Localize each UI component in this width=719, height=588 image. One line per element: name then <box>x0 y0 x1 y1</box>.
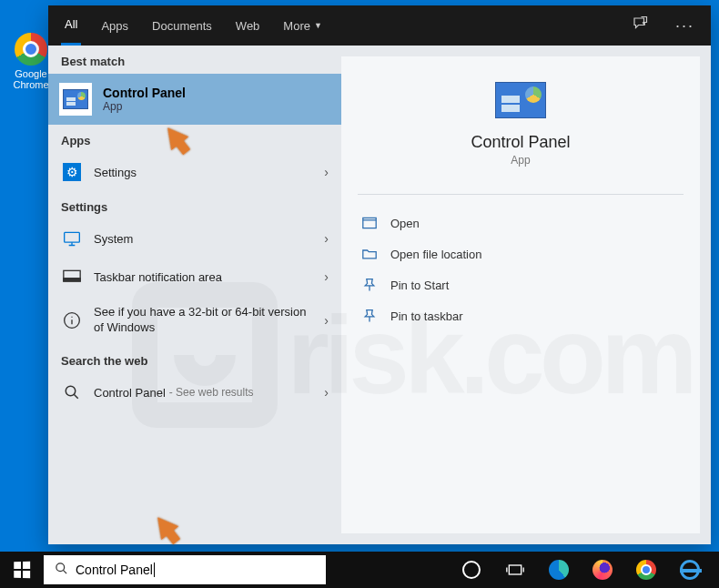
search-scope-tabs: All Apps Documents Web More▼ ··· <box>48 5 711 46</box>
divider <box>358 194 684 195</box>
result-label: System <box>94 232 133 246</box>
taskbar-app-firefox[interactable] <box>582 552 623 588</box>
edge-icon <box>549 560 569 580</box>
section-apps: Apps <box>48 125 341 153</box>
section-settings: Settings <box>48 191 341 219</box>
search-icon <box>61 381 83 403</box>
gear-icon: ⚙ <box>63 163 81 181</box>
firefox-icon <box>592 560 613 580</box>
result-setting-system[interactable]: System › <box>48 219 341 258</box>
result-label: Taskbar notification area <box>94 270 222 284</box>
tab-web[interactable]: Web <box>232 5 264 46</box>
result-web-search[interactable]: Control Panel - See web results › <box>48 373 341 411</box>
action-label: Pin to Start <box>390 279 449 292</box>
info-icon <box>61 309 83 331</box>
tab-apps[interactable]: Apps <box>97 5 132 46</box>
ie-icon <box>680 560 700 580</box>
action-pin-to-taskbar[interactable]: Pin to taskbar <box>341 300 700 331</box>
search-input-value: Control Panel <box>76 563 155 577</box>
svg-rect-2 <box>64 279 80 281</box>
result-subtitle: App <box>103 100 186 113</box>
chevron-right-icon: › <box>324 385 329 400</box>
search-flyout: All Apps Documents Web More▼ ··· risk.co… <box>48 5 711 544</box>
result-label: Settings <box>94 166 137 179</box>
tab-more[interactable]: More▼ <box>279 5 326 46</box>
task-view-button[interactable] <box>495 552 535 588</box>
preview-pane: Control Panel App Open Open file locatio… <box>341 56 700 533</box>
section-best-match: Best match <box>48 46 341 74</box>
start-button[interactable] <box>0 552 44 588</box>
tab-all[interactable]: All <box>61 5 81 46</box>
results-column: Best match Control Panel App Apps ⚙ Sett… <box>48 46 341 544</box>
chrome-icon <box>15 33 47 66</box>
section-search-web: Search the web <box>48 345 341 373</box>
desktop-shortcut-label: Google Chrome <box>9 68 53 90</box>
feedback-icon[interactable] <box>624 15 655 35</box>
search-icon <box>55 562 68 578</box>
tab-documents[interactable]: Documents <box>148 5 216 46</box>
folder-icon <box>361 248 378 260</box>
svg-rect-0 <box>65 232 80 242</box>
svg-point-6 <box>56 563 65 572</box>
chevron-right-icon: › <box>324 231 329 246</box>
action-label: Open <box>390 217 420 230</box>
action-open[interactable]: Open <box>341 208 700 238</box>
preview-subtitle: App <box>341 154 700 167</box>
chrome-icon <box>636 560 656 580</box>
result-setting-32-64-bit[interactable]: See if you have a 32-bit or 64-bit versi… <box>48 296 341 345</box>
taskbar-search-box[interactable]: Control Panel <box>44 555 326 584</box>
result-suffix: - See web results <box>169 386 254 399</box>
task-view-icon <box>506 563 524 577</box>
action-label: Pin to taskbar <box>390 309 463 323</box>
result-label: See if you have a 32-bit or 64-bit versi… <box>94 305 312 336</box>
cortana-icon <box>462 561 481 579</box>
taskbar: Control Panel <box>0 552 719 588</box>
cortana-button[interactable] <box>451 552 491 588</box>
taskbar-app-chrome[interactable] <box>626 552 666 588</box>
chevron-right-icon: › <box>324 313 329 328</box>
chevron-right-icon: › <box>324 269 329 284</box>
chevron-down-icon: ▼ <box>314 21 322 30</box>
taskbar-icon <box>61 266 83 288</box>
desktop-shortcut-chrome[interactable]: Google Chrome <box>9 33 53 90</box>
result-best-match[interactable]: Control Panel App <box>48 74 341 125</box>
ellipsis-icon[interactable]: ··· <box>672 16 698 35</box>
result-label: Control Panel <box>94 386 166 400</box>
svg-rect-7 <box>509 565 521 574</box>
svg-point-4 <box>66 386 76 396</box>
control-panel-icon <box>495 82 546 118</box>
pin-icon <box>361 278 378 292</box>
taskbar-app-ie[interactable] <box>670 552 710 588</box>
monitor-icon <box>61 228 83 249</box>
action-pin-to-start[interactable]: Pin to Start <box>341 269 700 300</box>
chevron-right-icon: › <box>324 165 329 179</box>
result-title: Control Panel <box>103 86 186 100</box>
svg-rect-5 <box>363 218 376 228</box>
open-icon <box>361 217 378 229</box>
control-panel-icon <box>59 83 92 116</box>
taskbar-app-edge[interactable] <box>539 552 579 588</box>
preview-title: Control Panel <box>341 133 700 152</box>
action-open-file-location[interactable]: Open file location <box>341 238 700 269</box>
result-setting-taskbar-notification[interactable]: Taskbar notification area › <box>48 258 341 296</box>
windows-logo-icon <box>14 562 30 578</box>
pin-icon <box>361 309 378 323</box>
action-label: Open file location <box>390 248 481 261</box>
result-app-settings[interactable]: ⚙ Settings › <box>48 153 341 191</box>
